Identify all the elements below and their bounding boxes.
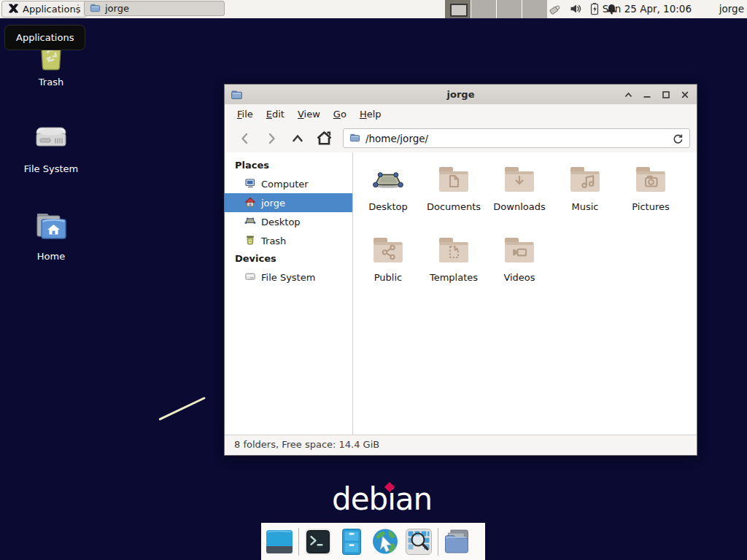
file-item-documents[interactable]: Documents	[421, 163, 487, 212]
file-browser-launcher[interactable]	[443, 527, 472, 556]
taskbar-window-button[interactable]: jorge	[84, 1, 225, 16]
applications-menu-button[interactable]: Applications	[1, 1, 87, 18]
file-item-pictures[interactable]: Pictures	[618, 163, 684, 212]
window-controls	[622, 85, 691, 104]
up-button[interactable]	[287, 128, 308, 148]
desktop-icon-home[interactable]: Home	[7, 206, 95, 262]
workspace-3[interactable]	[496, 0, 522, 18]
xfce-cross-icon	[8, 3, 19, 16]
desktop-icon-label: Home	[7, 251, 95, 262]
file-item-label: Documents	[421, 201, 487, 212]
file-item-music[interactable]: Music	[552, 163, 618, 212]
harddrive-icon	[244, 271, 256, 284]
line-artifact	[158, 397, 205, 421]
toolbar: /home/jorge/	[225, 124, 697, 153]
desktop-icon	[355, 163, 421, 198]
folder-downloads-icon	[487, 163, 552, 198]
workspace-1[interactable]	[445, 0, 471, 18]
dock	[261, 523, 485, 560]
sidebar-header-places: Places	[225, 157, 352, 174]
file-manager-launcher[interactable]	[337, 527, 366, 556]
path-input[interactable]: /home/jorge/	[365, 133, 428, 144]
file-item-public[interactable]: Public	[355, 233, 421, 283]
file-item-label: Videos	[487, 272, 552, 283]
file-item-downloads[interactable]: Downloads	[487, 163, 552, 212]
shade-icon[interactable]	[622, 89, 634, 101]
sidebar-header-devices: Devices	[225, 250, 352, 268]
workspace-4[interactable]	[522, 0, 547, 18]
minimize-icon[interactable]	[641, 89, 653, 101]
workspace-switcher	[445, 0, 547, 18]
applications-menu-label: Applications	[23, 4, 80, 15]
desktop-icon-file-system[interactable]: File System	[7, 119, 95, 174]
dock-separator	[298, 528, 299, 556]
folder-icon	[349, 132, 360, 145]
file-item-label: Music	[552, 201, 618, 212]
debian-logo-text: debian	[332, 481, 432, 517]
plug-icon[interactable]	[549, 2, 563, 18]
show-desktop-button[interactable]	[265, 527, 294, 556]
menu-bar: File Edit View Go Help	[225, 104, 697, 124]
status-bar: 8 folders, Free space: 14.4 GiB	[225, 435, 697, 455]
trash-icon	[244, 234, 256, 248]
sidebar-item-jorge[interactable]: jorge	[225, 193, 352, 212]
menu-edit[interactable]: Edit	[260, 104, 291, 124]
home-button[interactable]	[314, 128, 334, 148]
panel-user-label[interactable]: jorge	[719, 0, 744, 18]
folder-music-icon	[552, 163, 618, 198]
forward-button[interactable]	[261, 128, 282, 148]
sidebar: Places Computer jorge	[225, 152, 353, 435]
sidebar-item-trash[interactable]: Trash	[225, 231, 352, 250]
close-icon[interactable]	[679, 89, 691, 101]
desktop-icon-label: Trash	[7, 77, 95, 88]
desktop-icon	[244, 215, 256, 229]
menu-file[interactable]: File	[231, 104, 260, 124]
file-item-label: Desktop	[355, 201, 421, 212]
window-titlebar[interactable]: jorge	[225, 85, 697, 105]
workspace-2[interactable]	[471, 0, 496, 18]
folder-videos-icon	[487, 233, 552, 268]
web-browser-launcher[interactable]	[371, 527, 400, 556]
sidebar-item-label: jorge	[261, 198, 285, 209]
folder-pictures-icon	[618, 163, 684, 198]
file-item-label: Public	[355, 272, 421, 283]
menu-go[interactable]: Go	[327, 104, 353, 124]
desktop-icon-label: File System	[7, 163, 95, 174]
path-bar[interactable]: /home/jorge/	[343, 128, 690, 148]
computer-icon	[244, 177, 256, 191]
menu-view[interactable]: View	[291, 104, 327, 124]
sidebar-item-label: Desktop	[261, 217, 301, 228]
user-home-icon	[244, 196, 256, 210]
file-item-desktop[interactable]: Desktop	[355, 163, 421, 212]
volume-icon[interactable]	[570, 3, 582, 18]
file-manager-window: jorge File Edit View Go Help	[224, 84, 697, 456]
file-item-templates[interactable]: Templates	[421, 233, 487, 283]
folder-documents-icon	[421, 163, 487, 198]
window-content: Places Computer jorge	[225, 152, 697, 435]
maximize-icon[interactable]	[660, 89, 672, 101]
folder-icon	[90, 2, 101, 15]
back-button[interactable]	[235, 128, 255, 148]
file-item-videos[interactable]: Videos	[487, 233, 552, 283]
panel-grip-handle[interactable]	[76, 4, 80, 14]
terminal-launcher[interactable]	[303, 527, 333, 556]
sidebar-item-label: Trash	[261, 236, 286, 246]
sidebar-item-computer[interactable]: Computer	[225, 174, 352, 193]
file-item-label: Pictures	[618, 201, 684, 212]
sidebar-item-desktop[interactable]: Desktop	[225, 212, 352, 231]
sidebar-item-file-system[interactable]: File System	[225, 268, 352, 287]
file-item-label: Downloads	[487, 201, 552, 212]
harddrive-icon	[7, 119, 95, 161]
application-finder-launcher[interactable]	[404, 527, 433, 556]
file-grid: Desktop Documents Downloads	[353, 152, 697, 435]
reload-icon[interactable]	[672, 133, 684, 144]
sidebar-item-label: Computer	[261, 179, 309, 190]
debian-logo: debian	[332, 481, 432, 517]
applications-tooltip: Applications	[4, 25, 85, 50]
workspace-window-preview	[450, 4, 468, 17]
menu-help[interactable]: Help	[353, 104, 388, 124]
dock-separator	[438, 528, 438, 556]
panel-clock[interactable]: Sun 25 Apr, 10:06	[603, 0, 692, 18]
sidebar-item-label: File System	[261, 272, 315, 283]
battery-charging-icon[interactable]	[589, 2, 600, 18]
